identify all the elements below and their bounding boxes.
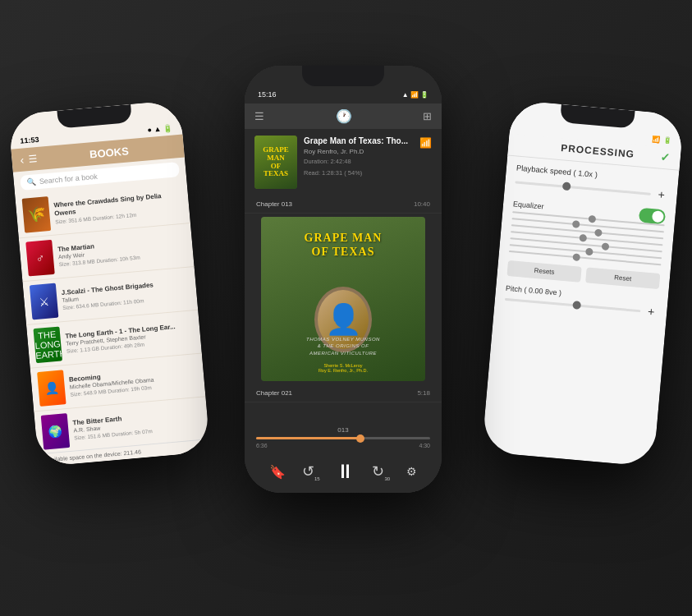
reset-buttons-row: Resets Reset <box>506 260 660 289</box>
chapter-item[interactable]: Chapter 013 10:40 <box>245 195 442 214</box>
left-status-icons: ● ▲ 🔋 <box>147 124 172 135</box>
bookmark-button[interactable]: 🔖 <box>269 464 286 480</box>
book-header-title: Grape Man of Texas: Tho... <box>304 136 413 146</box>
progress-dot <box>356 434 364 443</box>
phone-left: 11:53 ● ▲ 🔋 ‹ ☰ BOOKS 🔍 Search for a boo… <box>8 100 211 467</box>
right-content: Playback speed ( 1.0x ) + Equalizer <box>482 155 680 467</box>
book-cover-big: Grape Manof Texas 👤 Thomas Volney Munson… <box>261 217 425 381</box>
book-cover-subtitle: Thomas Volney Munson& the Origins ofAmer… <box>261 336 425 356</box>
playback-speed-slider[interactable] <box>515 181 651 195</box>
book-info: The Long Earth - 1 - The Long Ear... Ter… <box>65 322 195 354</box>
menu-icon[interactable]: ☰ <box>29 153 39 165</box>
chapter-time: 5:18 <box>417 389 430 397</box>
progress-area: 6:36 4:30 <box>256 437 430 448</box>
phone-right: 📶 🔋 PROCESSING ✓ Playback speed ( 1.0x )… <box>482 100 685 467</box>
forward-button[interactable]: ↻30 <box>372 462 390 481</box>
book-cover: ⚔ <box>30 283 59 320</box>
rewind-button[interactable]: ↺15 <box>302 462 320 481</box>
read-label: Read: <box>304 169 322 177</box>
pitch-dot <box>572 301 581 310</box>
elapsed-time: 6:36 <box>256 443 268 448</box>
center-top-bar: ☰ 🕐 ⊞ <box>245 103 442 129</box>
back-arrow-icon[interactable]: ‹ <box>20 154 25 167</box>
chapter-name: Chapter 013 <box>256 200 292 208</box>
resets-button[interactable]: Resets <box>506 260 581 283</box>
progress-times: 6:36 4:30 <box>256 443 430 448</box>
clock-icon: 🕐 <box>336 108 352 124</box>
speed-plus-icon[interactable]: + <box>655 187 667 201</box>
book-header-read: Read: 1:28:31 ( 54%) <box>304 169 413 178</box>
player-area: 013 6:36 4:30 <box>245 421 442 453</box>
book-cover-authors: Sherrie S. McLeroyRoy E. Renfro, Jr., Ph… <box>261 363 425 373</box>
left-screen: 11:53 ● ▲ 🔋 ‹ ☰ BOOKS 🔍 Search for a boo… <box>8 100 211 467</box>
book-cover-area: Grape Manof Texas 👤 Thomas Volney Munson… <box>245 214 442 384</box>
right-wifi-icon: 📶 <box>652 136 661 144</box>
progress-bar[interactable] <box>256 437 430 439</box>
book-info: Where the Crawdads Sing by Delia Owens S… <box>53 191 183 225</box>
pause-button[interactable]: ⏸ <box>336 460 355 483</box>
center-status-icons: ▲ 📶 🔋 <box>402 91 428 99</box>
toggle-knob <box>652 210 664 223</box>
book-info: The Martian Andy Weir Size: 313.8 MB Dur… <box>57 235 187 267</box>
chapters-list: Chapter 013 10:40 Grape Manof Texas 👤 Th… <box>245 195 442 421</box>
chapter-number: 013 <box>337 426 348 434</box>
chapter-time: 10:40 <box>414 200 430 208</box>
left-time: 11:53 <box>20 136 39 145</box>
pitch-section: Pitch ( 0.00 8ve ) + <box>504 284 658 319</box>
right-battery-icon: 🔋 <box>663 136 672 145</box>
book-cover: 🌍 <box>41 413 71 450</box>
book-header-author: Roy Renfro, Jr. Ph.D <box>304 148 413 155</box>
center-time: 15:16 <box>258 90 277 99</box>
remaining-time: 4:30 <box>419 443 430 448</box>
scene: 11:53 ● ▲ 🔋 ‹ ☰ BOOKS 🔍 Search for a boo… <box>0 0 692 616</box>
book-header: GRAPEMANOFTEXAS Grape Man of Texas: Tho.… <box>245 129 442 195</box>
book-cover: ♂ <box>25 240 55 277</box>
equalizer-section: Equalizer <box>509 196 666 265</box>
book-list: 🌾 Where the Crawdads Sing by Delia Owens… <box>15 180 209 453</box>
playback-speed-dot <box>562 182 571 191</box>
playback-speed-section: Playback speed ( 1.0x ) + <box>515 163 669 201</box>
phone-center: 15:16 ▲ 📶 🔋 ☰ 🕐 ⊞ GRAPEMANOFTEXAS Grape … <box>245 66 442 493</box>
center-screen: 15:16 ▲ 📶 🔋 ☰ 🕐 ⊞ GRAPEMANOFTEXAS Grape … <box>245 66 442 493</box>
eq-settings-button[interactable]: ⚙ <box>406 465 417 478</box>
reset-button[interactable]: Reset <box>585 267 660 289</box>
check-icon[interactable]: ✓ <box>660 150 671 164</box>
book-info: J.Scalzi - The Ghost Brigades Tallum Siz… <box>61 278 190 310</box>
notch-center <box>302 66 384 86</box>
search-placeholder: Search for a book <box>39 172 98 186</box>
duration-label: Duration: <box>304 158 331 165</box>
wifi-icon: 📶 <box>419 137 432 149</box>
progress-fill <box>256 437 360 439</box>
book-header-info: Grape Man of Texas: Tho... Roy Renfro, J… <box>304 136 413 177</box>
book-cover-title: Grape Manof Texas <box>261 232 425 260</box>
pitch-plus-icon[interactable]: + <box>645 305 658 319</box>
book-cover: THELONGEARTH <box>33 326 62 363</box>
chapter-name: Chapter 021 <box>256 389 292 397</box>
book-info: The Bitter Earth A.R. Shaw Size: 151.6 M… <box>72 408 202 440</box>
hamburger-icon[interactable]: ☰ <box>254 110 264 122</box>
search-icon: 🔍 <box>26 177 36 186</box>
bookmark-list-icon[interactable]: ⊞ <box>423 110 432 122</box>
book-cover: 🌾 <box>22 196 52 233</box>
book-cover: 👤 <box>37 370 66 407</box>
duration-value: 2:42:48 <box>331 158 351 165</box>
chapter-label: 013 <box>256 426 430 434</box>
book-header-duration: Duration: 2:42:48 <box>304 158 413 167</box>
book-info: Becoming Michelle Obama/Michelle Obama S… <box>69 365 199 397</box>
chapter-item[interactable]: Chapter 021 5:18 <box>245 384 442 402</box>
book-thumbnail: GRAPEMANOFTEXAS <box>254 136 297 189</box>
book-cover-text: Grape Manof Texas <box>261 232 425 260</box>
read-value: 1:28:31 ( 54%) <box>322 169 362 177</box>
equalizer-label: Equalizer <box>513 200 544 210</box>
right-screen: 📶 🔋 PROCESSING ✓ Playback speed ( 1.0x )… <box>482 100 685 467</box>
playback-controls: 🔖 ↺15 ⏸ ↻30 ⚙ <box>245 453 442 493</box>
